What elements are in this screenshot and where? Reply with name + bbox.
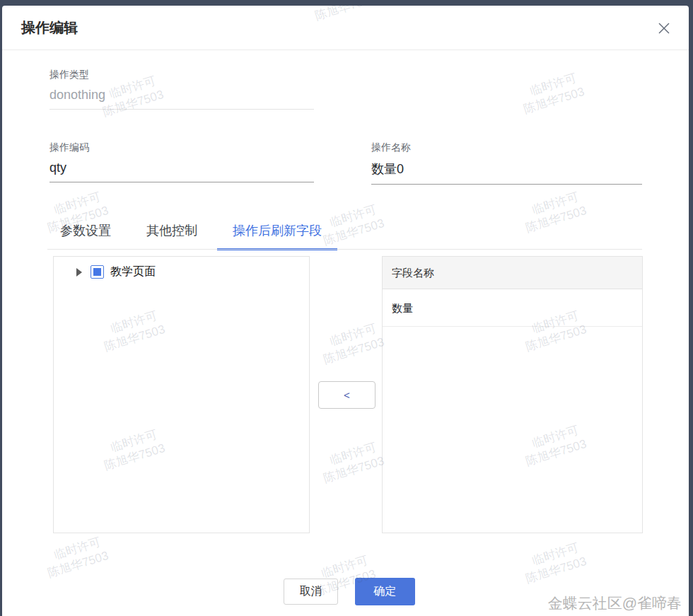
watermark-tile: 临时许可陈旭华7503 <box>517 61 614 117</box>
close-icon <box>658 22 670 35</box>
close-button[interactable] <box>657 22 671 36</box>
operation-code-label: 操作编码 <box>50 141 314 154</box>
tree-node[interactable]: 教学页面 <box>76 265 309 279</box>
operation-name-input[interactable]: 数量0 <box>371 161 642 184</box>
operation-edit-dialog: 操作编辑 操作类型 donothing 操作编码 qty 操作名称 数量0 参数… <box>2 6 689 616</box>
field-tree-panel: 教学页面 <box>53 256 310 533</box>
tree-checkbox[interactable] <box>91 265 104 279</box>
operation-code-input[interactable]: qty <box>50 161 314 182</box>
operation-code-field: 操作编码 qty <box>50 141 314 182</box>
tab-divider <box>47 249 642 250</box>
table-row[interactable]: 数量 <box>383 289 642 327</box>
table-header-field-name: 字段名称 <box>383 257 642 289</box>
tab-param-settings[interactable]: 参数设置 <box>45 222 127 250</box>
tab-bar: 参数设置 其他控制 操作后刷新字段 <box>45 222 342 250</box>
checkbox-indeterminate-mark <box>93 268 101 276</box>
dialog-header: 操作编辑 <box>2 6 689 50</box>
operation-name-label: 操作名称 <box>371 141 642 154</box>
operation-name-field: 操作名称 数量0 <box>371 141 642 185</box>
move-left-button[interactable]: < <box>318 381 375 409</box>
dialog-title: 操作编辑 <box>21 6 78 50</box>
operation-type-label: 操作类型 <box>50 69 314 81</box>
expander-arrow-icon[interactable] <box>76 268 82 277</box>
community-credit: 金蝶云社区@雀啼春 <box>548 593 682 613</box>
operation-code-underline <box>50 182 314 182</box>
tree-node-label[interactable]: 教学页面 <box>110 265 156 279</box>
cancel-button[interactable]: 取消 <box>284 579 338 605</box>
operation-type-field: 操作类型 donothing <box>50 69 314 110</box>
watermark-tile: 临时许可陈旭华7503 <box>519 180 616 236</box>
operation-name-underline <box>371 184 642 185</box>
operation-type-value: donothing <box>50 88 314 109</box>
operation-type-underline <box>50 109 314 110</box>
selected-fields-panel: 字段名称 数量 <box>382 256 643 533</box>
tab-other-control[interactable]: 其他控制 <box>131 222 213 250</box>
tab-refresh-fields[interactable]: 操作后刷新字段 <box>217 222 337 250</box>
confirm-button[interactable]: 确定 <box>355 578 415 605</box>
watermark-tile: 临时许可陈旭华7503 <box>519 530 616 587</box>
